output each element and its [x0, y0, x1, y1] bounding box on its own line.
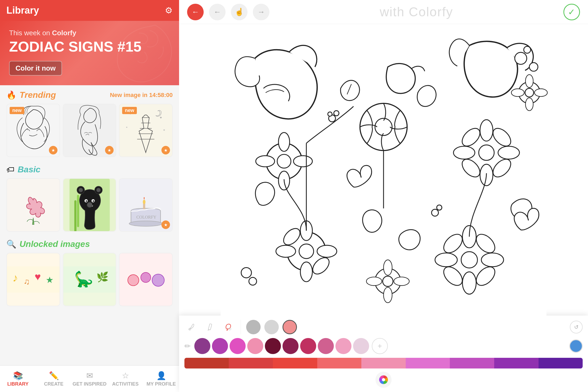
unlocked-card-2[interactable]: 🦕 🌿 — [63, 253, 117, 306]
preview-color-light[interactable] — [264, 320, 279, 334]
svg-point-47 — [278, 133, 290, 152]
confirm-button[interactable]: ✓ — [563, 4, 580, 20]
swatch-3[interactable] — [230, 338, 246, 354]
svg-point-83 — [511, 89, 524, 96]
card-image-music: ♪ ♫ ♥ ★ — [7, 253, 60, 306]
palette-icon: ✏ — [184, 342, 191, 351]
svg-point-18 — [143, 200, 146, 204]
svg-point-30 — [141, 273, 151, 282]
svg-point-72 — [432, 209, 439, 216]
svg-point-89 — [366, 277, 382, 286]
unlocked-icon: 🔍 — [6, 239, 16, 249]
pencil-tool[interactable] — [203, 320, 217, 334]
unlocked-card-3[interactable] — [119, 253, 173, 306]
svg-point-49 — [256, 156, 275, 167]
gradient-stop-6[interactable] — [406, 358, 450, 368]
svg-text:♫: ♫ — [24, 277, 30, 286]
trending-card-girl[interactable]: new ★ — [6, 104, 60, 157]
create-nav-icon: ✏️ — [49, 371, 59, 380]
settings-icon[interactable]: ⚙ — [165, 5, 173, 15]
swatch-2[interactable] — [212, 338, 228, 354]
preview-color-neutral[interactable] — [246, 320, 261, 334]
unlocked-section: 🔍 Unlocked images ♪ ♫ ♥ ★ — [0, 234, 179, 309]
gradient-stop-1[interactable] — [184, 358, 229, 368]
swatch-5[interactable] — [265, 338, 281, 354]
swatch-9[interactable] — [335, 338, 351, 354]
svg-point-81 — [525, 75, 533, 87]
card-image-flowers-bottom — [119, 253, 172, 306]
undo-button[interactable]: ← — [209, 4, 226, 20]
back-button[interactable]: ← — [187, 4, 204, 20]
svg-point-82 — [525, 98, 533, 111]
nav-my-profile[interactable]: 👤 MY PROFILE — [143, 366, 179, 392]
basic-card-rose[interactable] — [6, 178, 60, 232]
svg-point-11 — [86, 200, 87, 202]
gradient-stop-3[interactable] — [273, 358, 317, 368]
basic-card-cake[interactable]: COLORFY ★ — [119, 178, 173, 232]
new-badge-girl: new — [10, 107, 24, 114]
basic-section: 🏷 Basic — [0, 160, 179, 234]
gradient-stop-8[interactable] — [494, 358, 539, 368]
svg-text:✦: ✦ — [163, 128, 165, 132]
trending-title-group: 🔥 Trending — [6, 90, 56, 100]
svg-point-70 — [334, 111, 339, 116]
reset-button[interactable]: ↺ — [570, 321, 583, 333]
library-nav-label: LIBRARY — [7, 381, 28, 387]
redo-button[interactable]: → — [253, 4, 269, 20]
nav-activities[interactable]: ☆ ACTIVITIES — [107, 366, 143, 392]
wheel-row — [184, 370, 583, 389]
basic-header: 🏷 Basic — [6, 165, 173, 174]
svg-point-84 — [535, 89, 547, 96]
gradient-stop-4[interactable] — [317, 358, 362, 368]
confirm-icon: ✓ — [568, 7, 575, 17]
svg-point-54 — [300, 262, 312, 282]
swatch-7[interactable] — [300, 338, 316, 354]
gradient-stop-7[interactable] — [450, 358, 494, 368]
svg-point-55 — [276, 245, 296, 257]
profile-nav-label: MY PROFILE — [146, 381, 176, 387]
svg-point-86 — [383, 276, 393, 286]
svg-point-71 — [328, 112, 332, 116]
new-badge-paris: new — [122, 107, 137, 114]
add-color-button[interactable]: + — [372, 338, 388, 354]
brush-tool[interactable] — [184, 320, 199, 334]
trending-title: Trending — [20, 90, 56, 100]
fill-tool[interactable] — [221, 320, 235, 334]
swatch-8[interactable] — [318, 338, 334, 354]
preview-color-pink[interactable] — [283, 320, 297, 334]
svg-rect-92 — [208, 324, 212, 330]
svg-point-76 — [524, 46, 531, 53]
trending-grid: new ★ — [6, 104, 173, 157]
svg-text:✦: ✦ — [159, 116, 163, 120]
gradient-stop-9[interactable] — [539, 358, 583, 368]
unlocked-title-group: 🔍 Unlocked images — [6, 239, 90, 249]
swatch-6[interactable] — [283, 338, 299, 354]
card-image-bear — [63, 179, 116, 231]
gradient-stop-2[interactable] — [229, 358, 273, 368]
color-wheel-button[interactable] — [376, 372, 392, 388]
gradient-stop-5[interactable] — [361, 358, 406, 368]
trending-card-paris[interactable]: ✦ ✦ ✦ ✦ new ★ — [119, 104, 173, 157]
unlocked-title: Unlocked images — [20, 239, 90, 249]
swatch-10[interactable] — [353, 338, 369, 354]
svg-point-78 — [249, 277, 257, 285]
basic-card-bear[interactable] — [63, 178, 117, 232]
hand-icon: ☝ — [235, 7, 244, 16]
swatch-1[interactable] — [194, 338, 210, 354]
redo-icon: → — [257, 8, 265, 16]
nav-get-inspired[interactable]: ✉ GET INSPIRED — [72, 366, 107, 392]
trending-icon: 🔥 — [6, 90, 16, 100]
swatch-4[interactable] — [247, 338, 263, 354]
toolbar-right: ✓ — [563, 4, 580, 20]
nav-create[interactable]: ✏️ CREATE — [36, 366, 72, 392]
unlocked-card-1[interactable]: ♪ ♫ ♥ ★ — [6, 253, 60, 306]
svg-text:★: ★ — [46, 275, 54, 285]
bottom-navigation: 📚 LIBRARY ✏️ CREATE ✉ GET INSPIRED ☆ ACT… — [0, 365, 179, 392]
hand-tool-button[interactable]: ☝ — [231, 4, 247, 20]
gradient-strip[interactable] — [184, 358, 583, 368]
svg-text:COLORFY: COLORFY — [137, 215, 157, 219]
trending-card-mermaid[interactable]: ★ — [63, 104, 117, 157]
color-it-now-button[interactable]: Color it now — [9, 61, 62, 76]
nav-library[interactable]: 📚 LIBRARY — [0, 366, 36, 392]
coloring-canvas[interactable] — [179, 24, 588, 316]
